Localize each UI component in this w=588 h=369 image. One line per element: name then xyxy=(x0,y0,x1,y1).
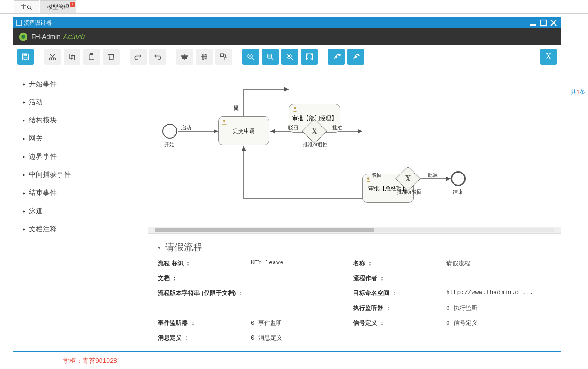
tab-home[interactable]: 主页 xyxy=(14,0,39,13)
tab-model-mgmt[interactable]: 模型管理 × xyxy=(40,0,76,13)
tab-label: 模型管理 xyxy=(47,4,69,10)
tab-label: 主页 xyxy=(21,4,32,10)
page-tabs: 主页 模型管理 × xyxy=(0,0,588,14)
close-icon[interactable]: × xyxy=(70,2,75,7)
